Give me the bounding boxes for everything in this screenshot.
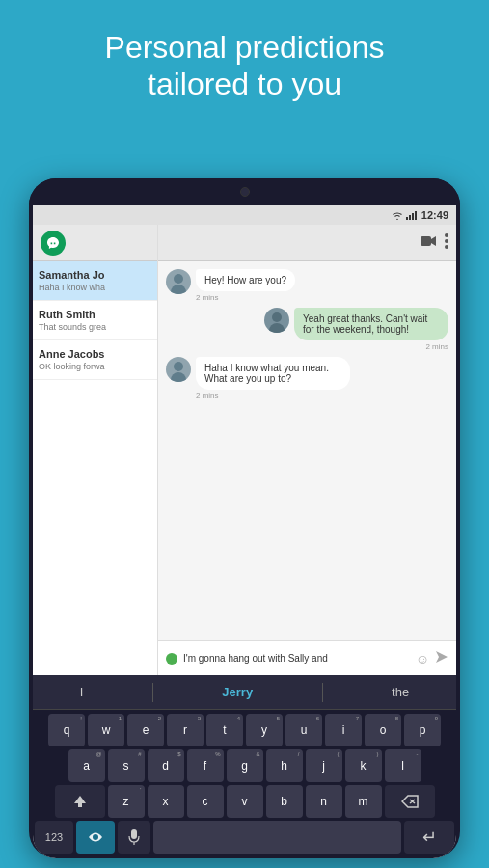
signal-icon — [406, 210, 418, 220]
key-l[interactable]: l- — [385, 749, 421, 782]
key-h[interactable]: h/ — [266, 749, 303, 782]
key-f[interactable]: f% — [187, 749, 224, 782]
svg-rect-0 — [406, 217, 408, 220]
phone-camera — [240, 187, 250, 197]
send-button[interactable] — [435, 650, 448, 666]
key-w[interactable]: w1 — [88, 714, 124, 746]
message-time-3: 2 mins — [196, 392, 350, 400]
more-options-icon[interactable] — [445, 233, 448, 253]
number-row: q! w1 e2 r3 t4 y5 u6 i7 o8 p9 — [35, 714, 454, 746]
third-row: z' x c v b n m — [35, 785, 454, 818]
key-t[interactable]: t4 — [206, 714, 243, 746]
keyboard-area: I Jerry the q! w1 e2 r3 t4 y5 — [33, 675, 456, 858]
pred-divider-1 — [152, 683, 153, 702]
status-time: 12:49 — [421, 209, 448, 221]
avatar-2 — [264, 308, 289, 333]
key-y[interactable]: y5 — [246, 714, 283, 746]
phone-top-bar — [29, 178, 460, 205]
prediction-bar[interactable]: I Jerry the — [33, 675, 456, 710]
status-bar: 12:49 — [33, 205, 456, 225]
key-n[interactable]: n — [306, 785, 342, 818]
second-row: a@ s# d$ f% g& h/ j( k) l- — [35, 749, 454, 782]
hangouts-logo — [41, 231, 66, 256]
message-row-3: Haha I know what you mean. What are you … — [166, 357, 448, 400]
avatar-3 — [166, 357, 191, 382]
key-v[interactable]: v — [227, 785, 263, 818]
key-i[interactable]: i7 — [325, 714, 362, 746]
key-r[interactable]: r3 — [167, 714, 204, 746]
key-q[interactable]: q! — [48, 714, 85, 746]
phone-frame: 12:49 Samantha Jo — [29, 178, 460, 858]
bubble-wrap-1: Hey! How are you? 2 mins — [196, 269, 295, 302]
key-123[interactable]: 123 — [35, 821, 73, 854]
key-b[interactable]: b — [266, 785, 303, 818]
pred-divider-2 — [322, 683, 323, 702]
key-shift[interactable] — [55, 785, 105, 818]
app-background: Personal predictions tailored to you — [0, 0, 489, 868]
key-a[interactable]: a@ — [68, 749, 105, 782]
chat-input-area[interactable]: I'm gonna hang out with Sally and ☺ — [158, 640, 456, 675]
chat-input-field[interactable]: I'm gonna hang out with Sally and — [183, 653, 410, 664]
conversation-list[interactable]: Samantha Jo Haha I know wha Ruth Smith T… — [33, 225, 158, 675]
hangouts-header — [33, 225, 157, 261]
key-o[interactable]: o8 — [365, 714, 401, 746]
conv-item-ruth[interactable]: Ruth Smith That sounds grea — [33, 301, 157, 340]
bubble-wrap-3: Haha I know what you mean. What are you … — [196, 357, 350, 400]
avatar-1 — [166, 269, 191, 294]
key-return[interactable]: ↵ — [404, 821, 454, 854]
bottom-row: 123 — [35, 821, 454, 854]
key-space[interactable] — [153, 821, 401, 854]
key-u[interactable]: u6 — [285, 714, 322, 746]
message-time-1: 2 mins — [196, 293, 295, 302]
key-x[interactable]: x — [148, 785, 184, 818]
key-m[interactable]: m — [345, 785, 382, 818]
conv-item-samantha[interactable]: Samantha Jo Haha I know wha — [33, 261, 157, 301]
key-c[interactable]: c — [187, 785, 224, 818]
message-time-2: 2 mins — [294, 342, 448, 351]
key-k[interactable]: k) — [345, 749, 382, 782]
key-z[interactable]: z' — [108, 785, 145, 818]
key-delete[interactable] — [385, 785, 435, 818]
svg-point-7 — [445, 245, 448, 249]
video-call-icon[interactable] — [420, 234, 437, 252]
key-s[interactable]: s# — [108, 749, 145, 782]
message-bubble-1: Hey! How are you? — [196, 269, 295, 291]
chat-header — [158, 225, 456, 261]
conv-item-anne[interactable]: Anne Jacobs OK looking forwa — [33, 340, 157, 380]
key-j[interactable]: j( — [306, 749, 342, 782]
phone-screen: 12:49 Samantha Jo — [33, 205, 456, 858]
key-mic[interactable] — [118, 821, 150, 854]
app-content: Samantha Jo Haha I know wha Ruth Smith T… — [33, 225, 456, 675]
chat-area: Hey! How are you? 2 mins Yeah great than… — [158, 225, 456, 675]
prediction-word-2[interactable]: Jerry — [212, 685, 262, 699]
key-e[interactable]: e2 — [127, 714, 164, 746]
key-d[interactable]: d$ — [148, 749, 184, 782]
prediction-word-3[interactable]: the — [382, 685, 419, 699]
input-dot-icon — [166, 653, 177, 665]
wifi-icon — [392, 210, 403, 220]
svg-point-8 — [93, 834, 98, 840]
emoji-button[interactable]: ☺ — [416, 651, 429, 666]
message-bubble-2: Yeah great thanks. Can't wait for the we… — [294, 308, 448, 340]
header-text: Personal predictions tailored to you — [0, 29, 489, 103]
keyboard-rows: q! w1 e2 r3 t4 y5 u6 i7 o8 p9 a@ s — [33, 710, 456, 858]
svg-rect-2 — [412, 213, 414, 220]
header-line2: tailored to you — [19, 66, 470, 102]
prediction-word-1[interactable]: I — [70, 685, 94, 699]
message-row-2: Yeah great thanks. Can't wait for the we… — [166, 308, 448, 351]
message-bubble-3: Haha I know what you mean. What are you … — [196, 357, 350, 390]
svg-point-5 — [445, 233, 448, 237]
key-g[interactable]: g& — [227, 749, 263, 782]
svg-point-6 — [445, 239, 448, 243]
header-line1: Personal predictions — [19, 29, 470, 66]
key-p[interactable]: p9 — [404, 714, 441, 746]
svg-rect-3 — [415, 211, 417, 220]
key-swiftkey[interactable] — [76, 821, 115, 854]
svg-rect-1 — [409, 215, 411, 220]
status-icons — [392, 210, 418, 220]
message-row-1: Hey! How are you? 2 mins — [166, 269, 448, 302]
chat-messages: Hey! How are you? 2 mins Yeah great than… — [158, 261, 456, 640]
svg-rect-4 — [421, 236, 431, 246]
svg-rect-9 — [131, 829, 137, 839]
bubble-wrap-2: Yeah great thanks. Can't wait for the we… — [294, 308, 448, 351]
